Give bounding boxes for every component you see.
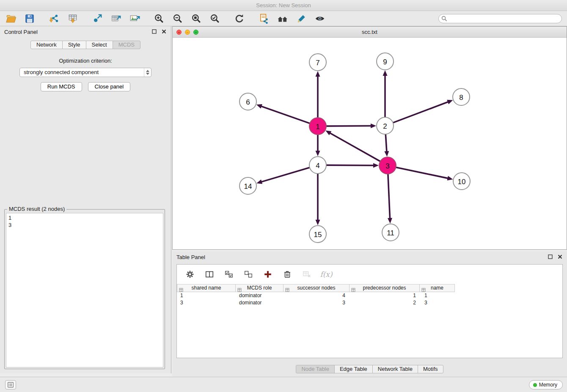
tab-network[interactable]: Network <box>30 41 63 49</box>
show-hide-view-icon[interactable] <box>313 12 327 25</box>
network-view-window: × − + scc.txt 1234678910111415 <box>172 26 567 250</box>
optimization-select[interactable]: strongly connected component <box>19 68 151 77</box>
add-row-icon[interactable] <box>262 269 273 280</box>
close-window-icon[interactable]: × <box>176 30 182 35</box>
show-columns-icon[interactable] <box>204 269 215 280</box>
float-panel-icon[interactable] <box>151 29 157 34</box>
table-panel-header: Table Panel <box>172 251 567 262</box>
close-panel-button[interactable]: Close panel <box>88 82 131 91</box>
edge-arrowhead <box>316 220 320 225</box>
column-header-name[interactable]: name <box>419 284 455 292</box>
toolbar-group <box>257 12 327 25</box>
toolbar-group <box>91 12 141 25</box>
zoom-fit-icon[interactable] <box>190 12 203 25</box>
column-header-successor-nodes[interactable]: successor nodes <box>283 284 350 292</box>
graph-node-label-6: 6 <box>246 98 250 106</box>
memory-button[interactable]: Memory <box>529 380 563 389</box>
table-header-row: shared nameMCDS rolesuccessor nodesprede… <box>177 284 562 292</box>
table-cell: dominator <box>236 292 284 299</box>
edge-arrowhead <box>316 151 320 156</box>
close-table-panel-icon[interactable] <box>557 254 563 259</box>
home-view-icon[interactable] <box>276 12 289 25</box>
deselect-all-rows-icon[interactable] <box>243 269 254 280</box>
import-network-icon[interactable] <box>47 12 61 25</box>
table-row[interactable]: 3dominator323 <box>177 299 562 306</box>
minimize-window-icon[interactable]: − <box>185 30 190 35</box>
table-panel: Table Panel f(x) shared nameMCDS rolesuc… <box>172 251 567 377</box>
graph-node-label-8: 8 <box>459 94 463 102</box>
search-icon <box>441 16 447 23</box>
mcds-result-groupbox: MCDS result (2 nodes) 1 3 <box>4 209 165 369</box>
import-table-icon[interactable] <box>66 12 80 25</box>
column-sort-icon[interactable] <box>285 286 289 294</box>
edge-arrowhead <box>388 218 392 224</box>
edge-3-1[interactable] <box>330 133 380 161</box>
column-header-label: predecessor nodes <box>350 284 419 292</box>
function-builder-icon: f(x) <box>321 269 332 280</box>
edge-arrowhead <box>447 100 453 104</box>
export-table-icon[interactable] <box>109 12 123 25</box>
graph-node-label-1: 1 <box>316 123 319 131</box>
search-input[interactable] <box>438 14 562 23</box>
tab-motifs[interactable]: Motifs <box>418 365 443 373</box>
graph-node-label-4: 4 <box>316 162 319 170</box>
edge-arrowhead <box>447 176 453 181</box>
edge-1-6[interactable] <box>261 106 310 124</box>
table-row[interactable]: 1dominator411 <box>177 292 562 299</box>
tab-network-table[interactable]: Network Table <box>372 365 418 373</box>
apply-style-icon[interactable] <box>295 12 308 25</box>
column-sort-icon[interactable] <box>237 286 242 294</box>
select-all-rows-icon[interactable] <box>223 269 234 280</box>
share-network-icon[interactable] <box>91 12 104 25</box>
edge-4-14[interactable] <box>261 168 310 182</box>
mcds-result-text[interactable]: 1 3 <box>6 213 163 367</box>
column-header-predecessor-nodes[interactable]: predecessor nodes <box>349 284 420 292</box>
maximize-window-icon[interactable]: + <box>193 30 198 35</box>
edge-3-11[interactable] <box>388 174 390 219</box>
table-cell: 2 <box>350 299 421 306</box>
tab-select[interactable]: Select <box>86 41 113 49</box>
column-header-mcds-role[interactable]: MCDS role <box>235 284 284 292</box>
network-canvas[interactable]: 1234678910111415 <box>173 38 567 249</box>
delete-row-icon[interactable] <box>282 269 293 280</box>
table-cell: 1 <box>350 292 421 299</box>
graph-node-label-11: 11 <box>387 229 394 237</box>
edge-arrowhead <box>256 179 262 184</box>
application-window: Session: New Session Control Panel Netwo… <box>0 0 567 392</box>
zoom-out-icon[interactable] <box>171 12 184 25</box>
column-sort-icon[interactable] <box>351 286 355 294</box>
float-table-panel-icon[interactable] <box>548 254 553 259</box>
column-sort-icon[interactable] <box>179 286 183 294</box>
table-panel-tabs: Node TableEdge TableNetwork TableMotifs <box>172 365 567 373</box>
edge-4-3[interactable] <box>326 165 374 166</box>
column-header-shared-name[interactable]: shared name <box>177 284 236 292</box>
task-history-button[interactable] <box>5 380 16 389</box>
column-sort-icon[interactable] <box>421 286 426 294</box>
edge-2-3[interactable] <box>385 134 387 152</box>
zoom-in-icon[interactable] <box>152 12 166 25</box>
run-mcds-button[interactable]: Run MCDS <box>41 82 82 91</box>
edge-arrowhead <box>383 70 388 76</box>
tab-style[interactable]: Style <box>62 41 86 49</box>
control-panel-header: Control Panel <box>0 26 171 37</box>
export-network-icon[interactable] <box>257 12 271 25</box>
tab-mcds[interactable]: MCDS <box>113 41 140 49</box>
open-file-icon[interactable] <box>4 12 18 25</box>
network-window-titlebar: × − + scc.txt <box>173 27 567 38</box>
zoom-selected-icon[interactable] <box>208 12 222 25</box>
graph-node-label-14: 14 <box>244 182 252 190</box>
edge-1-2[interactable] <box>326 126 372 126</box>
edge-3-10[interactable] <box>396 167 449 178</box>
graph-node-label-9: 9 <box>383 58 387 66</box>
save-session-icon[interactable] <box>23 12 36 25</box>
export-image-icon[interactable] <box>128 12 141 25</box>
close-panel-icon[interactable] <box>161 29 167 34</box>
table-area: f(x) shared nameMCDS rolesuccessor nodes… <box>176 264 563 358</box>
status-bar: Memory <box>0 377 567 392</box>
tab-node-table[interactable]: Node Table <box>296 365 335 373</box>
refresh-layout-icon[interactable] <box>233 12 246 25</box>
table-cell: 3 <box>421 299 457 306</box>
settings-gear-icon[interactable] <box>184 269 195 280</box>
tab-edge-table[interactable]: Edge Table <box>334 365 373 373</box>
edge-2-8[interactable] <box>393 102 449 123</box>
